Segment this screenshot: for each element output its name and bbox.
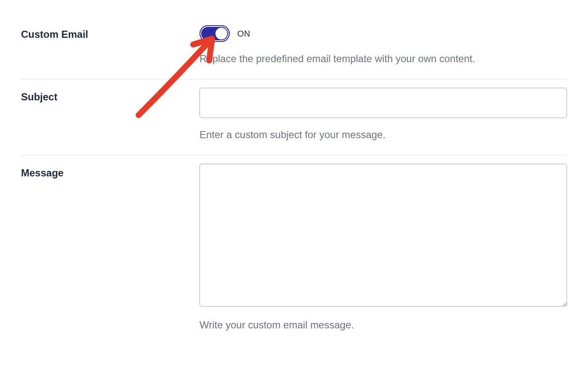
control-col: Write your custom email message. — [200, 164, 567, 333]
custom-email-toggle[interactable] — [200, 25, 230, 42]
toggle-knob-icon — [215, 28, 227, 39]
row-message: Message Write your custom email message. — [21, 155, 567, 345]
message-help: Write your custom email message. — [200, 317, 567, 333]
label-col: Subject — [21, 88, 200, 103]
email-settings-form: Custom Email ON Replace the predefined e… — [21, 17, 567, 345]
message-textarea[interactable] — [200, 164, 567, 307]
subject-label: Subject — [21, 91, 200, 103]
row-subject: Subject Enter a custom subject for your … — [21, 79, 567, 155]
toggle-line: ON — [200, 25, 567, 42]
message-label: Message — [21, 167, 200, 179]
label-col: Message — [21, 164, 200, 179]
control-col: ON Replace the predefined email template… — [200, 25, 567, 66]
row-custom-email: Custom Email ON Replace the predefined e… — [21, 17, 567, 79]
label-col: Custom Email — [21, 25, 200, 40]
custom-email-label: Custom Email — [21, 29, 200, 40]
toggle-state-label: ON — [237, 29, 250, 39]
subject-help: Enter a custom subject for your message. — [200, 127, 567, 142]
custom-email-help: Replace the predefined email template wi… — [200, 51, 567, 66]
control-col: Enter a custom subject for your message. — [200, 88, 567, 142]
subject-input[interactable] — [200, 88, 567, 118]
